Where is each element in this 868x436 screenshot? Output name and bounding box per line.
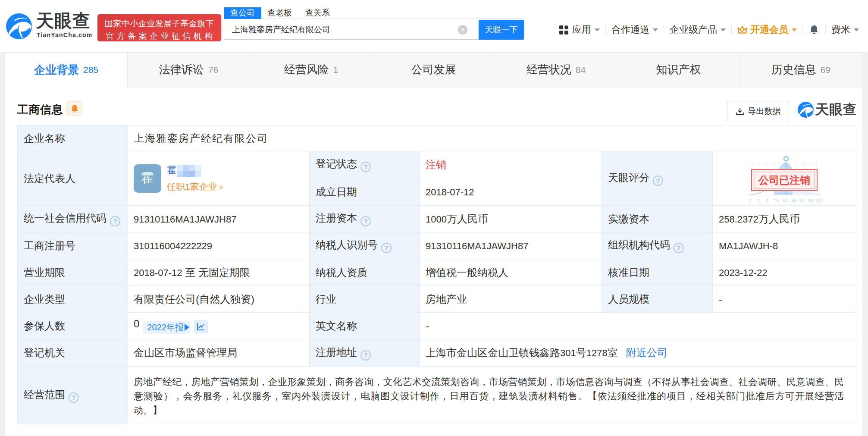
- svg-text:85: 85: [791, 198, 796, 203]
- svg-text:15: 15: [774, 198, 779, 203]
- svg-text:1: 1: [757, 198, 760, 203]
- svg-text:99: 99: [808, 198, 813, 203]
- svg-text:50: 50: [783, 198, 788, 203]
- svg-text:100: 100: [815, 198, 823, 203]
- svg-text:3: 3: [766, 198, 768, 203]
- svg-text:0: 0: [749, 198, 751, 203]
- svg-text:97: 97: [800, 198, 805, 203]
